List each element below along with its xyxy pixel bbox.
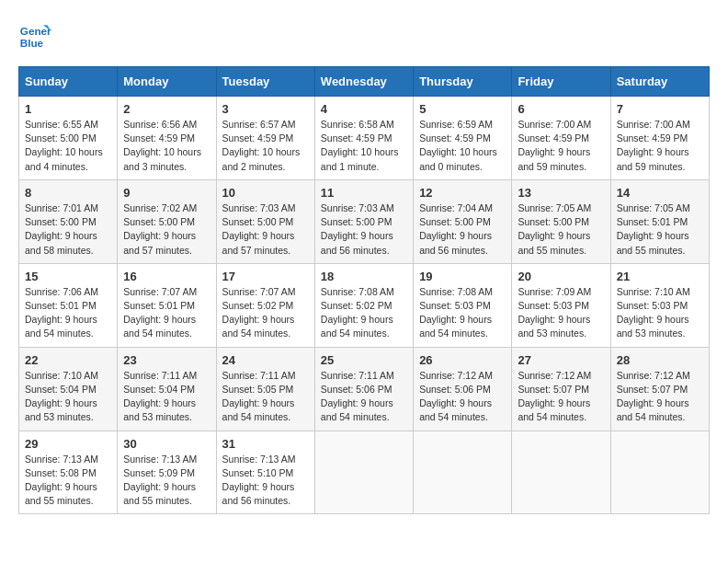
day-detail: Sunrise: 7:11 AM Sunset: 5:05 PM Dayligh…	[222, 369, 309, 425]
calendar-cell: 11 Sunrise: 7:03 AM Sunset: 5:00 PM Dayl…	[314, 179, 413, 263]
sunrise-label: Sunrise: 7:08 AM	[321, 286, 394, 297]
day-number: 23	[123, 353, 210, 367]
calendar-cell: 28 Sunrise: 7:12 AM Sunset: 5:07 PM Dayl…	[610, 347, 709, 431]
calendar-cell: 10 Sunrise: 7:03 AM Sunset: 5:00 PM Dayl…	[216, 179, 314, 263]
sunset-label: Sunset: 5:03 PM	[419, 300, 491, 311]
sunset-label: Sunset: 5:00 PM	[419, 216, 491, 227]
daylight-label: Daylight: 10 hours and 4 minutes.	[25, 146, 103, 171]
sunrise-label: Sunrise: 7:08 AM	[419, 286, 493, 297]
svg-text:Blue: Blue	[20, 37, 44, 49]
day-number: 15	[25, 270, 111, 283]
weekday-header-wednesday: Wednesday	[314, 67, 413, 97]
day-detail: Sunrise: 7:11 AM Sunset: 5:06 PM Dayligh…	[321, 369, 407, 425]
weekday-header-friday: Friday	[512, 67, 610, 97]
day-number: 25	[321, 353, 407, 367]
calendar-cell: 30 Sunrise: 7:13 AM Sunset: 5:09 PM Dayl…	[118, 431, 216, 514]
sunset-label: Sunset: 5:00 PM	[321, 216, 392, 227]
sunrise-label: Sunrise: 7:02 AM	[123, 202, 197, 213]
day-number: 6	[518, 102, 604, 116]
daylight-label: Daylight: 9 hours and 53 minutes.	[123, 397, 196, 422]
calendar-cell: 24 Sunrise: 7:11 AM Sunset: 5:05 PM Dayl…	[216, 347, 314, 431]
calendar-cell	[610, 431, 709, 514]
calendar-week-5: 29 Sunrise: 7:13 AM Sunset: 5:08 PM Dayl…	[19, 431, 710, 514]
sunrise-label: Sunrise: 7:13 AM	[25, 454, 98, 465]
calendar-cell	[512, 431, 610, 514]
day-number: 1	[25, 102, 111, 116]
day-number: 28	[617, 353, 703, 367]
day-number: 2	[123, 102, 210, 116]
day-number: 9	[123, 186, 210, 200]
sunset-label: Sunset: 5:02 PM	[321, 300, 392, 311]
daylight-label: Daylight: 9 hours and 59 minutes.	[617, 146, 689, 171]
day-number: 14	[617, 186, 703, 200]
day-number: 17	[222, 270, 309, 283]
sunset-label: Sunset: 5:01 PM	[123, 300, 195, 311]
daylight-label: Daylight: 9 hours and 55 minutes.	[123, 481, 196, 506]
day-detail: Sunrise: 6:55 AM Sunset: 5:00 PM Dayligh…	[25, 118, 111, 174]
daylight-label: Daylight: 9 hours and 54 minutes.	[518, 397, 590, 422]
daylight-label: Daylight: 9 hours and 56 minutes.	[321, 230, 393, 255]
daylight-label: Daylight: 9 hours and 54 minutes.	[419, 397, 492, 422]
day-number: 11	[321, 186, 407, 200]
sunset-label: Sunset: 5:04 PM	[25, 384, 97, 395]
calendar-cell: 6 Sunrise: 7:00 AM Sunset: 4:59 PM Dayli…	[512, 97, 610, 180]
day-detail: Sunrise: 7:05 AM Sunset: 5:00 PM Dayligh…	[518, 201, 604, 258]
calendar-cell: 18 Sunrise: 7:08 AM Sunset: 5:02 PM Dayl…	[314, 263, 413, 347]
sunrise-label: Sunrise: 6:56 AM	[123, 119, 197, 130]
sunrise-label: Sunrise: 7:03 AM	[222, 202, 296, 213]
calendar-cell: 7 Sunrise: 7:00 AM Sunset: 4:59 PM Dayli…	[610, 97, 709, 180]
sunrise-label: Sunrise: 6:57 AM	[222, 119, 296, 130]
sunrise-label: Sunrise: 7:13 AM	[123, 454, 197, 465]
day-detail: Sunrise: 7:03 AM Sunset: 5:00 PM Dayligh…	[321, 201, 407, 258]
day-detail: Sunrise: 7:08 AM Sunset: 5:03 PM Dayligh…	[419, 285, 506, 341]
sunset-label: Sunset: 4:59 PM	[617, 132, 688, 144]
calendar-cell: 14 Sunrise: 7:05 AM Sunset: 5:01 PM Dayl…	[610, 179, 709, 263]
daylight-label: Daylight: 9 hours and 54 minutes.	[222, 397, 295, 422]
page-header: General Blue	[18, 18, 710, 52]
daylight-label: Daylight: 9 hours and 54 minutes.	[222, 314, 295, 339]
day-detail: Sunrise: 7:07 AM Sunset: 5:02 PM Dayligh…	[222, 285, 309, 341]
calendar-cell: 12 Sunrise: 7:04 AM Sunset: 5:00 PM Dayl…	[414, 179, 512, 263]
calendar-cell	[314, 431, 413, 514]
calendar-cell: 4 Sunrise: 6:58 AM Sunset: 4:59 PM Dayli…	[314, 97, 413, 180]
calendar-cell	[414, 431, 512, 514]
calendar-week-2: 8 Sunrise: 7:01 AM Sunset: 5:00 PM Dayli…	[19, 179, 710, 263]
sunset-label: Sunset: 5:07 PM	[617, 384, 688, 395]
day-detail: Sunrise: 7:04 AM Sunset: 5:00 PM Dayligh…	[419, 201, 506, 258]
sunrise-label: Sunrise: 7:11 AM	[321, 370, 394, 381]
sunrise-label: Sunrise: 7:11 AM	[123, 370, 197, 381]
day-detail: Sunrise: 7:12 AM Sunset: 5:06 PM Dayligh…	[419, 369, 506, 425]
sunset-label: Sunset: 5:02 PM	[222, 300, 294, 311]
sunset-label: Sunset: 5:00 PM	[123, 216, 195, 227]
calendar-cell: 8 Sunrise: 7:01 AM Sunset: 5:00 PM Dayli…	[19, 179, 118, 263]
day-detail: Sunrise: 7:10 AM Sunset: 5:04 PM Dayligh…	[25, 369, 111, 425]
sunset-label: Sunset: 5:00 PM	[518, 216, 589, 227]
sunset-label: Sunset: 4:59 PM	[419, 132, 491, 144]
day-number: 24	[222, 353, 309, 367]
daylight-label: Daylight: 9 hours and 55 minutes.	[617, 230, 689, 255]
sunrise-label: Sunrise: 7:07 AM	[222, 286, 296, 297]
day-number: 27	[518, 353, 604, 367]
sunrise-label: Sunrise: 7:09 AM	[518, 286, 591, 297]
daylight-label: Daylight: 9 hours and 54 minutes.	[617, 397, 689, 422]
daylight-label: Daylight: 9 hours and 53 minutes.	[617, 314, 689, 339]
day-number: 4	[321, 102, 407, 116]
calendar-cell: 17 Sunrise: 7:07 AM Sunset: 5:02 PM Dayl…	[216, 263, 314, 347]
sunset-label: Sunset: 5:00 PM	[25, 132, 97, 144]
day-number: 22	[25, 353, 111, 367]
sunset-label: Sunset: 5:08 PM	[25, 467, 97, 478]
daylight-label: Daylight: 9 hours and 54 minutes.	[321, 397, 393, 422]
sunrise-label: Sunrise: 6:59 AM	[419, 119, 493, 130]
sunrise-label: Sunrise: 7:13 AM	[222, 454, 296, 465]
sunrise-label: Sunrise: 7:10 AM	[25, 370, 98, 381]
day-detail: Sunrise: 7:13 AM Sunset: 5:10 PM Dayligh…	[222, 453, 309, 509]
day-detail: Sunrise: 7:10 AM Sunset: 5:03 PM Dayligh…	[617, 285, 703, 341]
day-number: 30	[123, 437, 210, 451]
day-number: 16	[123, 270, 210, 283]
calendar-cell: 3 Sunrise: 6:57 AM Sunset: 4:59 PM Dayli…	[216, 97, 314, 180]
calendar-week-3: 15 Sunrise: 7:06 AM Sunset: 5:01 PM Dayl…	[19, 263, 710, 347]
sunset-label: Sunset: 5:04 PM	[123, 384, 195, 395]
daylight-label: Daylight: 10 hours and 3 minutes.	[123, 146, 201, 171]
calendar-cell: 22 Sunrise: 7:10 AM Sunset: 5:04 PM Dayl…	[19, 347, 118, 431]
sunset-label: Sunset: 5:06 PM	[321, 384, 392, 395]
